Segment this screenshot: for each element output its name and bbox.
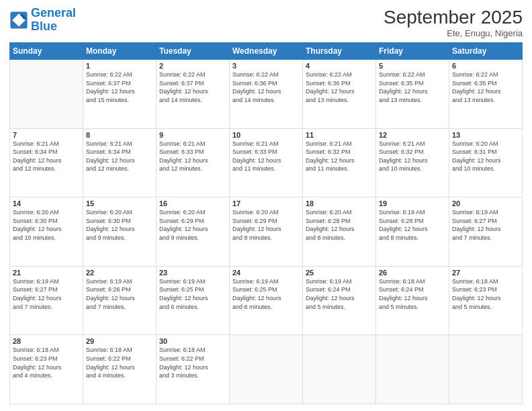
day-info: Sunrise: 6:20 AM Sunset: 6:29 PM Dayligh… — [159, 208, 226, 242]
day-info: Sunrise: 6:19 AM Sunset: 6:26 PM Dayligh… — [86, 277, 153, 311]
title-area: September 2025 Ete, Enugu, Nigeria — [384, 7, 523, 38]
day-cell: 4Sunrise: 6:22 AM Sunset: 6:36 PM Daylig… — [303, 60, 376, 129]
day-cell: 3Sunrise: 6:22 AM Sunset: 6:36 PM Daylig… — [230, 60, 303, 129]
header-monday: Monday — [83, 43, 157, 60]
day-number: 30 — [159, 337, 226, 345]
week-row-2: 14Sunrise: 6:20 AM Sunset: 6:30 PM Dayli… — [10, 197, 523, 267]
day-cell: 16Sunrise: 6:20 AM Sunset: 6:29 PM Dayli… — [157, 197, 230, 267]
header-tuesday: Tuesday — [157, 43, 230, 60]
day-cell — [303, 335, 376, 404]
day-number: 22 — [86, 269, 153, 277]
day-cell: 11Sunrise: 6:21 AM Sunset: 6:32 PM Dayli… — [303, 128, 376, 197]
header-wednesday: Wednesday — [230, 43, 303, 60]
day-number: 26 — [379, 269, 446, 277]
day-cell: 7Sunrise: 6:21 AM Sunset: 6:34 PM Daylig… — [10, 128, 83, 197]
day-info: Sunrise: 6:22 AM Sunset: 6:37 PM Dayligh… — [86, 71, 153, 104]
day-number: 1 — [86, 62, 153, 70]
day-cell: 18Sunrise: 6:20 AM Sunset: 6:28 PM Dayli… — [303, 197, 376, 267]
day-number: 29 — [86, 337, 153, 345]
day-number: 10 — [232, 131, 300, 139]
week-row-0: 1Sunrise: 6:22 AM Sunset: 6:37 PM Daylig… — [10, 60, 523, 129]
day-info: Sunrise: 6:20 AM Sunset: 6:30 PM Dayligh… — [86, 208, 153, 242]
day-number: 4 — [306, 62, 373, 70]
day-cell: 29Sunrise: 6:18 AM Sunset: 6:22 PM Dayli… — [83, 335, 157, 404]
day-cell: 13Sunrise: 6:20 AM Sunset: 6:31 PM Dayli… — [449, 128, 523, 197]
day-info: Sunrise: 6:22 AM Sunset: 6:35 PM Dayligh… — [452, 71, 519, 104]
logo-line1: General — [31, 6, 76, 19]
header-thursday: Thursday — [303, 43, 376, 60]
month-title: September 2025 — [384, 7, 523, 28]
day-number: 20 — [452, 199, 519, 208]
day-cell: 10Sunrise: 6:21 AM Sunset: 6:33 PM Dayli… — [230, 128, 303, 197]
day-cell: 26Sunrise: 6:18 AM Sunset: 6:24 PM Dayli… — [376, 266, 449, 335]
day-cell — [10, 60, 83, 129]
day-cell: 21Sunrise: 6:19 AM Sunset: 6:27 PM Dayli… — [10, 266, 83, 335]
page: General Blue September 2025 Ete, Enugu, … — [0, 0, 532, 411]
day-cell: 30Sunrise: 6:18 AM Sunset: 6:22 PM Dayli… — [157, 335, 230, 404]
day-info: Sunrise: 6:22 AM Sunset: 6:36 PM Dayligh… — [232, 71, 300, 104]
header-sunday: Sunday — [10, 43, 83, 60]
day-info: Sunrise: 6:21 AM Sunset: 6:32 PM Dayligh… — [306, 140, 373, 173]
day-number: 24 — [232, 269, 300, 277]
day-info: Sunrise: 6:22 AM Sunset: 6:37 PM Dayligh… — [159, 71, 226, 104]
header-friday: Friday — [376, 43, 449, 60]
day-number: 8 — [86, 131, 153, 139]
day-number: 21 — [13, 269, 80, 277]
day-cell: 23Sunrise: 6:19 AM Sunset: 6:25 PM Dayli… — [157, 266, 230, 335]
day-info: Sunrise: 6:18 AM Sunset: 6:23 PM Dayligh… — [13, 346, 80, 379]
day-number: 12 — [379, 131, 446, 139]
header-saturday: Saturday — [449, 43, 523, 60]
header: General Blue September 2025 Ete, Enugu, … — [9, 7, 523, 38]
calendar-table: Sunday Monday Tuesday Wednesday Thursday… — [9, 42, 523, 404]
day-number: 13 — [452, 131, 519, 139]
week-row-1: 7Sunrise: 6:21 AM Sunset: 6:34 PM Daylig… — [10, 128, 523, 197]
day-cell: 6Sunrise: 6:22 AM Sunset: 6:35 PM Daylig… — [449, 60, 523, 129]
day-info: Sunrise: 6:18 AM Sunset: 6:22 PM Dayligh… — [86, 346, 153, 379]
day-number: 5 — [379, 62, 446, 70]
day-info: Sunrise: 6:21 AM Sunset: 6:33 PM Dayligh… — [159, 140, 226, 173]
day-number: 2 — [159, 62, 226, 70]
day-cell: 9Sunrise: 6:21 AM Sunset: 6:33 PM Daylig… — [157, 128, 230, 197]
day-cell: 12Sunrise: 6:21 AM Sunset: 6:32 PM Dayli… — [376, 128, 449, 197]
day-info: Sunrise: 6:19 AM Sunset: 6:24 PM Dayligh… — [306, 277, 373, 311]
day-info: Sunrise: 6:20 AM Sunset: 6:31 PM Dayligh… — [452, 140, 519, 173]
day-number: 6 — [452, 62, 519, 70]
week-row-4: 28Sunrise: 6:18 AM Sunset: 6:23 PM Dayli… — [10, 335, 523, 404]
day-info: Sunrise: 6:22 AM Sunset: 6:36 PM Dayligh… — [306, 71, 373, 104]
day-info: Sunrise: 6:18 AM Sunset: 6:23 PM Dayligh… — [452, 277, 519, 311]
day-info: Sunrise: 6:19 AM Sunset: 6:28 PM Dayligh… — [379, 208, 446, 242]
day-info: Sunrise: 6:20 AM Sunset: 6:28 PM Dayligh… — [306, 208, 373, 242]
day-number: 14 — [13, 199, 80, 208]
logo-line2: Blue — [31, 19, 57, 33]
day-number: 3 — [232, 62, 300, 70]
day-cell: 28Sunrise: 6:18 AM Sunset: 6:23 PM Dayli… — [10, 335, 83, 404]
day-info: Sunrise: 6:19 AM Sunset: 6:27 PM Dayligh… — [452, 208, 519, 242]
day-cell: 1Sunrise: 6:22 AM Sunset: 6:37 PM Daylig… — [83, 60, 157, 129]
day-cell: 14Sunrise: 6:20 AM Sunset: 6:30 PM Dayli… — [10, 197, 83, 267]
logo: General Blue — [9, 7, 76, 34]
day-number: 17 — [232, 199, 300, 208]
day-number: 28 — [13, 337, 80, 345]
day-cell — [449, 335, 523, 404]
day-cell — [376, 335, 449, 404]
day-cell: 2Sunrise: 6:22 AM Sunset: 6:37 PM Daylig… — [157, 60, 230, 129]
day-number: 16 — [159, 199, 226, 208]
day-cell: 24Sunrise: 6:19 AM Sunset: 6:25 PM Dayli… — [230, 266, 303, 335]
day-info: Sunrise: 6:21 AM Sunset: 6:34 PM Dayligh… — [13, 140, 80, 173]
day-info: Sunrise: 6:18 AM Sunset: 6:22 PM Dayligh… — [159, 346, 226, 379]
day-cell — [230, 335, 303, 404]
logo-text: General Blue — [31, 7, 76, 34]
day-number: 9 — [159, 131, 226, 139]
day-info: Sunrise: 6:19 AM Sunset: 6:27 PM Dayligh… — [13, 277, 80, 311]
day-cell: 22Sunrise: 6:19 AM Sunset: 6:26 PM Dayli… — [83, 266, 157, 335]
day-number: 11 — [306, 131, 373, 139]
day-info: Sunrise: 6:20 AM Sunset: 6:30 PM Dayligh… — [13, 208, 80, 242]
day-cell: 17Sunrise: 6:20 AM Sunset: 6:29 PM Dayli… — [230, 197, 303, 267]
day-info: Sunrise: 6:22 AM Sunset: 6:35 PM Dayligh… — [379, 71, 446, 104]
day-info: Sunrise: 6:19 AM Sunset: 6:25 PM Dayligh… — [159, 277, 226, 311]
day-cell: 20Sunrise: 6:19 AM Sunset: 6:27 PM Dayli… — [449, 197, 523, 267]
day-info: Sunrise: 6:21 AM Sunset: 6:32 PM Dayligh… — [379, 140, 446, 173]
calendar-header-row: Sunday Monday Tuesday Wednesday Thursday… — [10, 43, 523, 60]
day-cell: 27Sunrise: 6:18 AM Sunset: 6:23 PM Dayli… — [449, 266, 523, 335]
day-cell: 8Sunrise: 6:21 AM Sunset: 6:34 PM Daylig… — [83, 128, 157, 197]
